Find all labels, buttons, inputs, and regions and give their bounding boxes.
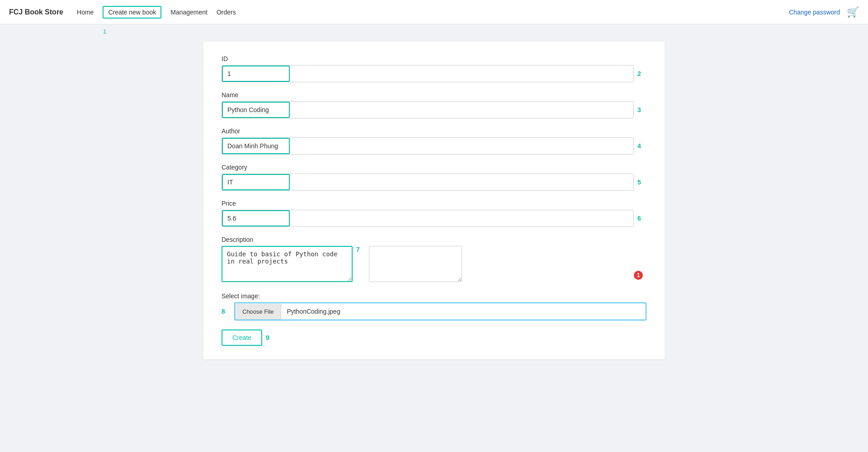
id-field-group: ID 2 [222,55,646,82]
name-extend-input[interactable] [290,103,633,117]
description-textarea[interactable]: Guide to basic of Python code in real pr… [222,246,353,282]
nav-orders[interactable]: Orders [217,9,236,16]
price-step-badge: 6 [637,215,646,222]
name-input[interactable] [222,102,290,118]
description-extend-textarea[interactable] [369,246,462,282]
price-full-row [222,210,634,227]
price-field-group: Price 6 [222,200,646,227]
category-step-badge: 5 [637,179,646,186]
main-content: ID 2 Name 3 Author [0,35,868,377]
category-field-group: Category 5 [222,164,646,191]
breadcrumb-step: 1 [103,28,106,35]
nav-create-new-book[interactable]: Create new book [103,6,161,19]
author-input-row: 4 [222,137,646,155]
description-label: Description [222,236,646,243]
id-input[interactable] [222,66,290,82]
brand-logo: FCJ Book Store [9,8,63,16]
id-input-row: 2 [222,65,646,82]
id-extend-input[interactable] [290,66,633,81]
author-full-row [222,137,634,155]
nav-management[interactable]: Management [170,9,208,16]
description-extend-container: 1 [369,246,646,283]
category-input-row: 5 [222,174,646,191]
step-indicator: 1 [103,28,868,35]
create-button[interactable]: Create [222,330,262,346]
category-full-row [222,174,634,191]
id-label: ID [222,55,646,62]
name-label: Name [222,91,646,99]
author-label: Author [222,127,646,135]
change-password-link[interactable]: Change password [789,9,840,16]
name-field-group: Name 3 [222,91,646,118]
category-extend-input[interactable] [290,175,633,189]
form-card: ID 2 Name 3 Author [203,42,665,359]
navbar-right: Change password 🛒 [789,6,859,18]
description-step-badge: 7 [356,246,365,253]
price-input[interactable] [222,210,290,226]
nav-home[interactable]: Home [77,9,94,16]
category-label: Category [222,164,646,171]
price-extend-input[interactable] [290,211,633,226]
category-input[interactable] [222,174,290,190]
select-image-label: Select image: [222,292,646,300]
file-input-row: 8 Choose File PythonCoding.jpeg [222,302,646,320]
id-step-badge: 2 [637,70,646,77]
author-input[interactable] [222,138,290,154]
cart-icon[interactable]: 🛒 [847,6,859,18]
id-full-row [222,65,634,82]
name-step-badge: 3 [637,106,646,113]
nav-links: Home Create new book Management Orders [77,6,236,19]
file-input-wrapper: Choose File PythonCoding.jpeg [234,302,646,320]
file-name-display: PythonCoding.jpeg [281,303,646,320]
error-badge: 1 [634,271,643,280]
choose-file-button[interactable]: Choose File [235,304,281,320]
author-extend-input[interactable] [290,139,633,153]
author-field-group: Author 4 [222,127,646,155]
navbar: FCJ Book Store Home Create new book Mana… [0,0,868,24]
price-input-row: 6 [222,210,646,227]
author-step-badge: 4 [637,142,646,150]
description-field-group: Description Guide to basic of Python cod… [222,236,646,283]
description-input-row: Guide to basic of Python code in real pr… [222,246,646,283]
create-btn-row: Create 9 [222,330,646,346]
file-step-badge: 8 [222,308,231,315]
price-label: Price [222,200,646,207]
select-image-group: Select image: 8 Choose File PythonCoding… [222,292,646,320]
name-input-row: 3 [222,101,646,118]
name-full-row [222,101,634,118]
create-step-badge: 9 [266,334,275,341]
